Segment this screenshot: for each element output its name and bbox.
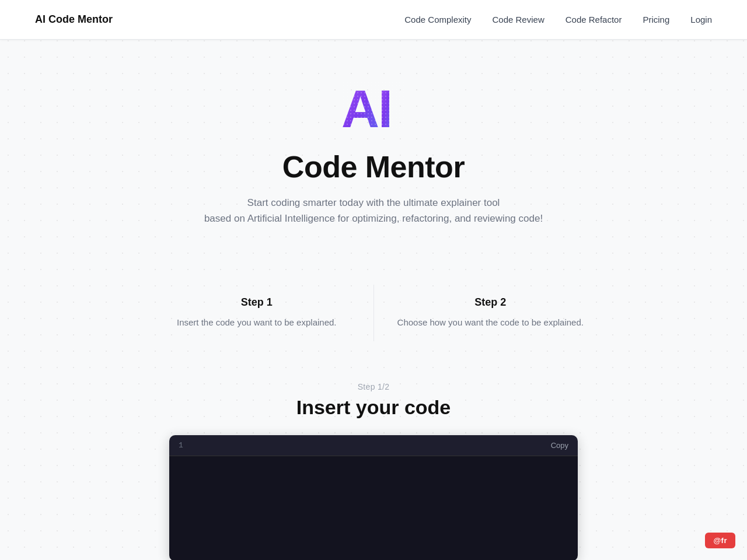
nav-item-complexity: Code Complexity bbox=[404, 15, 471, 25]
copy-button[interactable]: Copy bbox=[551, 441, 568, 450]
step-indicator: Step 1/2 bbox=[23, 382, 724, 391]
nav-link-pricing[interactable]: Pricing bbox=[643, 15, 669, 24]
hero-section: A I Code Mentor Start coding smarter tod… bbox=[0, 40, 747, 256]
code-section: Step 1/2 Insert your code 1 Copy bbox=[0, 376, 747, 560]
ai-logo-container: A I bbox=[23, 80, 724, 133]
code-editor-header: 1 Copy bbox=[169, 435, 578, 456]
code-section-title: Insert your code bbox=[23, 396, 724, 419]
nav-item-pricing: Pricing bbox=[643, 15, 669, 25]
hero-subtitle: Start coding smarter today with the ulti… bbox=[198, 195, 549, 226]
step-1-desc: Insert the code you want to be explained… bbox=[163, 316, 350, 330]
nav-links: Code Complexity Code Review Code Refacto… bbox=[404, 15, 712, 25]
ai-logo-icon: A I bbox=[338, 80, 409, 133]
nav-item-login: Login bbox=[690, 15, 712, 25]
step-1-card: Step 1 Insert the code you want to be ex… bbox=[140, 285, 374, 341]
nav-link-refactor[interactable]: Code Refactor bbox=[566, 15, 622, 24]
step-2-card: Step 2 Choose how you want the code to b… bbox=[374, 285, 608, 341]
nav-link-complexity[interactable]: Code Complexity bbox=[404, 15, 471, 24]
svg-rect-3 bbox=[341, 80, 406, 130]
step-2-desc: Choose how you want the code to be expla… bbox=[397, 316, 584, 330]
navbar: AI Code Mentor Code Complexity Code Revi… bbox=[0, 0, 747, 40]
steps-section: Step 1 Insert the code you want to be ex… bbox=[82, 256, 665, 376]
hero-subtitle-line1: Start coding smarter today with the ulti… bbox=[247, 197, 500, 208]
line-number: 1 bbox=[179, 441, 183, 450]
code-editor: 1 Copy bbox=[169, 435, 578, 560]
nav-item-review: Code Review bbox=[493, 15, 544, 25]
step-2-title: Step 2 bbox=[397, 296, 584, 309]
code-editor-body[interactable] bbox=[169, 456, 578, 560]
hero-subtitle-line2: based on Artificial Intelligence for opt… bbox=[204, 213, 543, 224]
nav-item-refactor: Code Refactor bbox=[566, 15, 622, 25]
step-1-title: Step 1 bbox=[163, 296, 350, 309]
brand-link[interactable]: AI Code Mentor bbox=[35, 13, 113, 26]
nav-link-review[interactable]: Code Review bbox=[493, 15, 544, 24]
hero-title: Code Mentor bbox=[23, 149, 724, 184]
nav-link-login[interactable]: Login bbox=[690, 15, 712, 24]
watermark-badge: @fr bbox=[705, 533, 735, 548]
